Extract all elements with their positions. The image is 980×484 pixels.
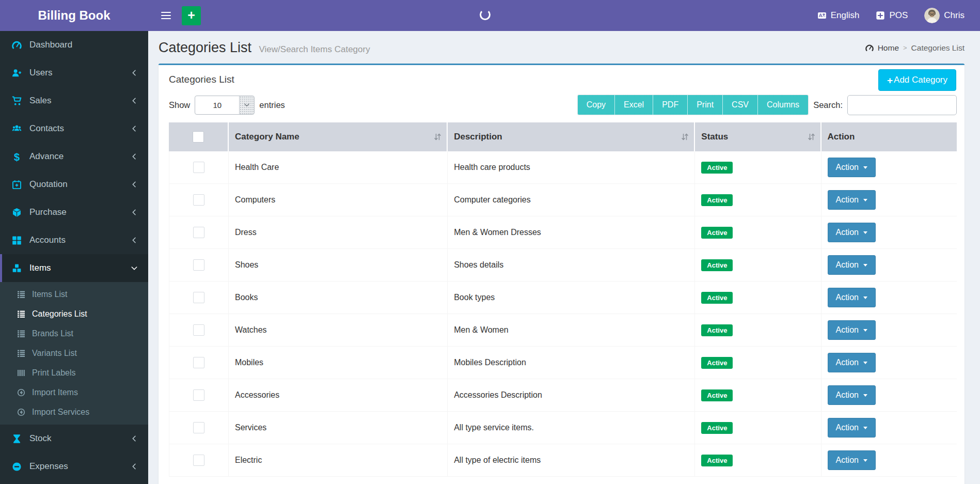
- sidebar-item-sales[interactable]: Sales: [0, 87, 148, 115]
- action-dropdown-button[interactable]: Action: [828, 288, 876, 307]
- language-menu[interactable]: English: [817, 10, 860, 21]
- action-dropdown-button[interactable]: Action: [828, 223, 876, 242]
- action-dropdown-button[interactable]: Action: [828, 158, 876, 177]
- table-header-row: Category Name Description Status Action: [169, 122, 957, 151]
- header-category-name[interactable]: Category Name: [229, 122, 448, 151]
- sidebar-toggle-button[interactable]: [159, 8, 173, 24]
- chevron-left-icon: [131, 435, 138, 442]
- user-menu[interactable]: Chris: [924, 8, 965, 23]
- row-checkbox[interactable]: [193, 227, 204, 238]
- add-category-button[interactable]: + Add Category: [878, 69, 956, 91]
- quick-add-button[interactable]: +: [182, 6, 201, 25]
- sidebar-item-accounts[interactable]: Accounts: [0, 226, 148, 254]
- submenu-item-items-list[interactable]: Items List: [0, 285, 148, 304]
- chevron-left-icon: [131, 463, 138, 470]
- action-dropdown-button[interactable]: Action: [828, 320, 876, 340]
- submenu-item-import-services[interactable]: Import Services: [0, 402, 148, 422]
- table-row: Accessories Accessories Description Acti…: [169, 379, 957, 412]
- barcode-icon: [17, 369, 25, 377]
- sidebar-item-users[interactable]: Users: [0, 59, 148, 87]
- submenu-item-variants-list[interactable]: Variants List: [0, 344, 148, 363]
- row-checkbox[interactable]: [193, 162, 204, 173]
- category-description: Accessories Description: [454, 391, 542, 399]
- list-icon: [17, 290, 25, 299]
- import-icon: [17, 408, 25, 416]
- minus-circle-icon: [12, 462, 22, 472]
- category-description: Mobiles Description: [454, 358, 526, 367]
- brand-logo[interactable]: Billing Book: [0, 0, 148, 31]
- category-name: Electric: [235, 456, 262, 464]
- chevron-left-icon: [131, 181, 138, 188]
- entries-label: entries: [259, 100, 285, 110]
- columns-visibility-button[interactable]: Columns: [758, 95, 808, 115]
- row-checkbox[interactable]: [193, 455, 204, 466]
- row-checkbox[interactable]: [193, 194, 204, 206]
- submenu-item-import-items[interactable]: Import Items: [0, 383, 148, 402]
- select-all-header: [169, 122, 229, 151]
- export-button-group: Copy Excel PDF Print CSV Columns: [577, 95, 809, 115]
- export-print-button[interactable]: Print: [688, 95, 723, 115]
- select-all-checkbox[interactable]: [193, 131, 204, 143]
- header-description[interactable]: Description: [448, 122, 695, 151]
- action-dropdown-button[interactable]: Action: [828, 418, 876, 438]
- sidebar-item-dashboard[interactable]: Dashboard: [0, 31, 148, 59]
- row-checkbox[interactable]: [193, 292, 204, 303]
- table-row: Dress Men & Women Dresses Active Action: [169, 216, 957, 249]
- export-and-search: Copy Excel PDF Print CSV Columns Search:: [577, 95, 957, 115]
- caret-down-icon: [863, 231, 867, 234]
- action-dropdown-button[interactable]: Action: [828, 353, 876, 372]
- sidebar-item-quotation[interactable]: Quotation: [0, 170, 148, 198]
- submenu-item-brands-list[interactable]: Brands List: [0, 324, 148, 344]
- sidebar-item-stock[interactable]: Stock: [0, 425, 148, 452]
- header-status[interactable]: Status: [695, 122, 821, 151]
- page-length-select[interactable]: 10: [195, 96, 255, 115]
- items-submenu: Items List Categories List Brands List V…: [0, 282, 148, 425]
- chevron-left-icon: [131, 209, 138, 216]
- sidebar-item-items[interactable]: Items: [0, 254, 148, 282]
- action-dropdown-button[interactable]: Action: [828, 385, 876, 405]
- export-copy-button[interactable]: Copy: [578, 95, 615, 115]
- sidebar-item-advance[interactable]: $ Advance: [0, 143, 148, 170]
- export-csv-button[interactable]: CSV: [723, 95, 758, 115]
- category-description: Book types: [454, 293, 495, 302]
- language-label: English: [831, 10, 860, 21]
- cart-icon: [12, 96, 22, 106]
- category-description: All type service items.: [454, 423, 534, 432]
- row-checkbox[interactable]: [193, 422, 204, 433]
- search-input[interactable]: [847, 95, 957, 115]
- table-row: Computers Computer categories Active Act…: [169, 184, 957, 216]
- submenu-item-categories-list[interactable]: Categories List: [0, 304, 148, 324]
- action-dropdown-button[interactable]: Action: [828, 190, 876, 210]
- status-badge: Active: [701, 324, 733, 336]
- export-excel-button[interactable]: Excel: [615, 95, 653, 115]
- row-checkbox[interactable]: [193, 259, 204, 271]
- sidebar-item-purchase[interactable]: Purchase: [0, 198, 148, 226]
- cube-icon: [12, 208, 22, 217]
- action-dropdown-button[interactable]: Action: [828, 255, 876, 275]
- grid-icon: [12, 236, 22, 245]
- page-length-control: Show 10 entries: [169, 96, 285, 115]
- sidebar-item-expenses[interactable]: Expenses: [0, 452, 148, 480]
- category-description: Men & Women Dresses: [454, 228, 541, 237]
- content-area: Categories List View/Search Items Catego…: [148, 31, 980, 484]
- breadcrumb-home-link[interactable]: Home: [878, 43, 899, 53]
- plus-icon: +: [187, 9, 195, 22]
- sidebar-item-contacts[interactable]: Contacts: [0, 115, 148, 143]
- category-description: Computer categories: [454, 195, 531, 204]
- pos-button[interactable]: POS: [876, 10, 908, 21]
- category-description: All type of electric items: [454, 456, 541, 464]
- avatar: [924, 8, 940, 23]
- row-checkbox[interactable]: [193, 324, 204, 336]
- status-badge: Active: [701, 357, 733, 369]
- row-checkbox[interactable]: [193, 357, 204, 368]
- status-badge: Active: [701, 292, 733, 304]
- list-icon: [17, 310, 25, 318]
- export-pdf-button[interactable]: PDF: [653, 95, 688, 115]
- submenu-item-print-labels[interactable]: Print Labels: [0, 363, 148, 383]
- caret-down-icon: [863, 427, 867, 429]
- row-checkbox[interactable]: [193, 389, 204, 401]
- table-body: Health Care Health care products Active …: [169, 151, 957, 477]
- caret-down-icon: [863, 329, 867, 332]
- users-icon: [12, 124, 22, 134]
- action-dropdown-button[interactable]: Action: [828, 450, 876, 470]
